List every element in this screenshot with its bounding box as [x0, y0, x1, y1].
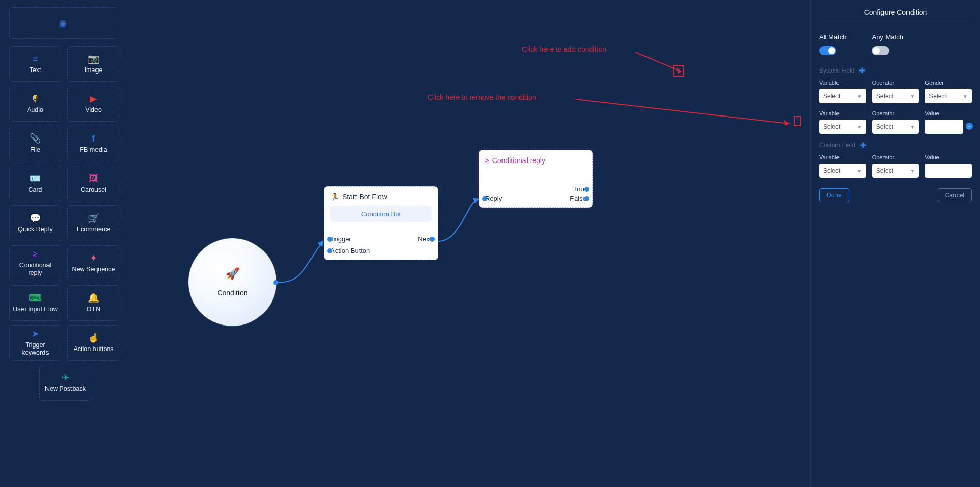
tool-fbmedia[interactable]: fFB media [67, 126, 119, 161]
tool-image[interactable]: 📷Image [67, 46, 119, 82]
node-conditional-reply[interactable]: ≥ Conditional reply True Reply False [479, 150, 593, 208]
annotation-remove-box [794, 116, 801, 126]
custom-field-head: Custom Field ✚ [819, 141, 972, 149]
port-label-reply: Reply [485, 195, 502, 202]
select-operator-2[interactable]: Select▼ [872, 120, 919, 134]
port-label-action-button: Action Button [330, 247, 370, 254]
chip-condition-bot: Condition Bot [330, 206, 432, 222]
tool-card[interactable]: 🪪Card [9, 166, 61, 201]
select-variable-3[interactable]: Select▼ [819, 164, 866, 178]
chevron-down-icon: ▼ [963, 94, 968, 99]
done-button[interactable]: Done [819, 188, 849, 202]
chevron-down-icon: ▼ [910, 124, 915, 130]
conditional-icon: ≥ [485, 156, 489, 165]
image-icon: 📷 [88, 54, 99, 63]
svg-marker-3 [784, 120, 790, 126]
config-panel: Configure Condition All Match Any Match … [810, 0, 980, 487]
chevron-down-icon: ▼ [857, 94, 862, 99]
palette-head[interactable]: ▦ [9, 7, 117, 39]
send-icon: ➤ [32, 329, 39, 338]
select-operator-1[interactable]: Select▼ [872, 89, 919, 103]
operator-label-3: Operator [872, 154, 919, 160]
port-out-false[interactable] [584, 196, 589, 201]
value-label-1: Value [925, 110, 972, 117]
tool-triggerkeywords[interactable]: ➤Trigger keywords [9, 325, 61, 361]
all-match-label: All Match [819, 33, 846, 41]
tool-carousel[interactable]: 🖼Carousel [67, 166, 119, 201]
variable-label-3: Variable [819, 154, 866, 160]
tool-video[interactable]: ▶Video [67, 86, 119, 122]
tool-newpostback[interactable]: ✈New Postback [39, 365, 91, 401]
variable-label-2: Variable [819, 110, 866, 117]
operator-label-1: Operator [872, 80, 919, 86]
audio-icon: 🎙 [31, 94, 40, 103]
video-icon: ▶ [90, 94, 97, 103]
start-circle-label: Condition [217, 289, 247, 297]
tool-quickreply[interactable]: 💬Quick Reply [9, 205, 61, 241]
svg-line-2 [575, 99, 790, 124]
tool-actionbuttons[interactable]: ☝Action buttons [67, 325, 119, 361]
annotation-add-box [673, 65, 684, 77]
config-title: Configure Condition [819, 0, 972, 24]
chevron-down-icon: ▼ [857, 168, 862, 174]
gender-label: Gender [925, 80, 972, 86]
cancel-button[interactable]: Cancel [938, 188, 972, 202]
port-in-trigger[interactable] [327, 237, 332, 242]
sequence-icon: ✦ [90, 253, 98, 263]
run-icon: 🏃 [330, 193, 339, 201]
sidebar-palette: ▦ ≡Text 📷Image 🎙Audio ▶Video 📎File fFB m… [9, 7, 122, 401]
port-in-action-button[interactable] [327, 248, 332, 253]
custom-field-label: Custom Field [819, 142, 855, 149]
tool-text[interactable]: ≡Text [9, 46, 61, 82]
tool-audio[interactable]: 🎙Audio [9, 86, 61, 122]
select-operator-3[interactable]: Select▼ [872, 164, 919, 178]
start-node-title: Start Bot Flow [342, 193, 387, 201]
chevron-down-icon: ▼ [857, 124, 862, 130]
tool-otn[interactable]: 🔔OTN [67, 285, 119, 321]
select-gender[interactable]: Select▼ [925, 89, 972, 103]
add-system-field-button[interactable]: ✚ [858, 66, 866, 75]
input-value-1[interactable] [925, 120, 963, 134]
chevron-down-icon: ▼ [910, 94, 915, 99]
system-field-label: System Field [819, 67, 854, 74]
system-field-head: System Field ✚ [819, 66, 972, 75]
tool-file[interactable]: 📎File [9, 126, 61, 161]
select-variable-2[interactable]: Select▼ [819, 120, 866, 134]
port-out-next[interactable] [429, 237, 435, 242]
remove-condition-button[interactable]: − [966, 123, 973, 130]
input-icon: ⌨ [29, 293, 42, 303]
rocket-icon: 🚀 [226, 267, 240, 281]
tool-newsequence[interactable]: ✦New Sequence [67, 245, 119, 281]
apps-icon: ▦ [59, 18, 67, 28]
port-in-reply[interactable] [482, 196, 487, 201]
facebook-icon: f [92, 134, 95, 143]
cond-node-title: Conditional reply [492, 156, 545, 165]
start-circle[interactable]: 🚀 Condition [188, 238, 276, 326]
port-out-start[interactable] [273, 280, 278, 285]
chevron-down-icon: ▼ [910, 168, 915, 174]
port-label-trigger: Trigger [330, 235, 351, 243]
tool-conditionalreply[interactable]: ≥Conditional reply [9, 245, 61, 281]
any-match-label: Any Match [872, 33, 903, 41]
toggle-any-match[interactable] [872, 46, 889, 55]
select-variable-1[interactable]: Select▼ [819, 89, 866, 103]
node-start-bot-flow[interactable]: 🏃 Start Bot Flow Condition Bot Trigger N… [324, 186, 438, 260]
annotation-remove-text: Click here to remove the condition [428, 93, 536, 101]
flow-canvas[interactable]: 🚀 Condition 🏃 Start Bot Flow Condition B… [129, 0, 810, 487]
variable-label-1: Variable [819, 80, 866, 86]
value-label-2: Value [925, 154, 972, 160]
toggle-all-match[interactable] [819, 46, 836, 55]
annotation-remove-arrow [575, 99, 795, 127]
conditional-icon: ≥ [33, 249, 38, 259]
port-out-true[interactable] [584, 187, 589, 192]
operator-label-2: Operator [872, 110, 919, 117]
input-value-2[interactable] [925, 164, 972, 178]
card-icon: 🪪 [30, 174, 41, 183]
plane-icon: ✈ [62, 373, 69, 382]
add-custom-field-button[interactable]: ✚ [859, 141, 867, 149]
pointer-icon: ☝ [88, 333, 99, 342]
tool-ecommerce[interactable]: 🛒Ecommerce [67, 205, 119, 241]
file-icon: 📎 [30, 134, 41, 143]
cart-icon: 🛒 [88, 214, 99, 223]
tool-userinputflow[interactable]: ⌨User Input Flow [9, 285, 61, 321]
